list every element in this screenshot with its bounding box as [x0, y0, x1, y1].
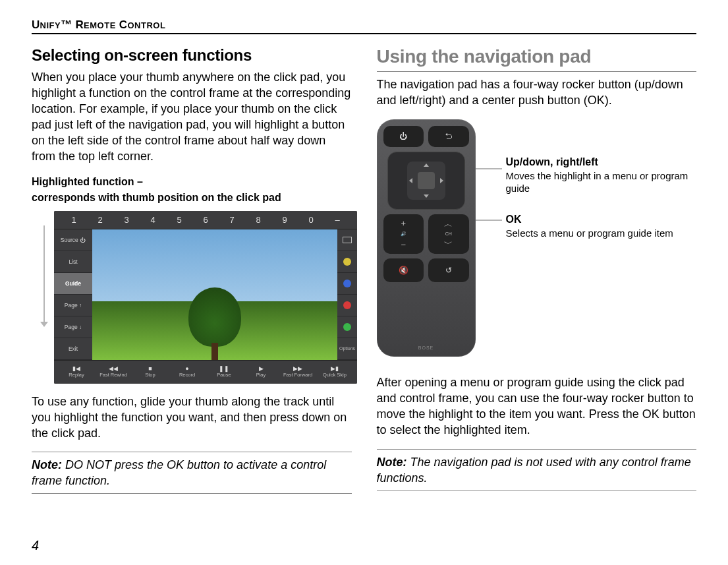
tv-transport-item: ●Record: [169, 366, 206, 378]
tv-digit: 8: [256, 215, 260, 225]
section-heading: Selecting on-screen functions: [32, 46, 352, 65]
figure-label-text: Selects a menu or program guide item: [506, 227, 673, 239]
tree-trunk: [211, 343, 218, 360]
tv-digit: 9: [282, 215, 287, 225]
tv-content-image: [92, 229, 337, 360]
tv-digit: –: [335, 215, 339, 225]
header-tm: ™ R: [61, 18, 84, 31]
note-label: Note:: [32, 458, 62, 471]
callout-line: corresponds with thumb position on the c…: [32, 191, 352, 204]
tv-sidebar-item: Page ↑: [54, 295, 92, 316]
note-paragraph: Note: The navigation pad is not used wit…: [377, 455, 697, 487]
source-icon: ⮌: [428, 126, 469, 147]
tv-sidebar: Source ⏻ListGuidePage ↑Page ↓Exit: [54, 229, 92, 360]
body-paragraph: To use any function, glide your thumb al…: [32, 394, 352, 442]
divider: [32, 452, 352, 452]
green-dot-icon: [337, 316, 357, 338]
body-paragraph: The navigation pad has a four-way rocker…: [377, 77, 697, 109]
right-column: Using the navigation pad The navigation …: [377, 46, 697, 499]
tv-transport-item: ▮◀Replay: [58, 366, 95, 378]
divider: [32, 493, 352, 494]
tv-digit: 2: [98, 215, 102, 225]
tv-transport-item: ▶Play: [242, 366, 279, 378]
tv-digit: 3: [124, 215, 128, 225]
leader-arrow-icon: [40, 322, 48, 327]
dpad: [407, 162, 445, 200]
callout-line: Highlighted function –: [32, 175, 352, 189]
tv-digit: 4: [150, 215, 155, 225]
tv-digit-row: 1234567890–: [54, 211, 357, 229]
tv-right-rail: Options: [337, 229, 357, 360]
tv-digit: 5: [177, 215, 181, 225]
note-text: DO NOT press the OK button to activate a…: [32, 458, 326, 487]
leader-line: [43, 225, 45, 323]
tv-sidebar-item: Guide: [54, 273, 92, 295]
divider: [377, 71, 697, 72]
figure-label-bold: Up/down, right/left: [506, 156, 598, 167]
volume-rocker: + 🔊 −: [383, 214, 424, 254]
tv-ui-screenshot: 1234567890– Source ⏻ListGuidePage ↑Page …: [54, 211, 357, 384]
tv-digit: 6: [203, 215, 208, 225]
minus-icon: −: [401, 240, 406, 250]
tv-digit: 0: [308, 215, 313, 225]
divider: [377, 491, 697, 491]
figure-label: OK Selects a menu or program guide item: [506, 213, 673, 239]
note-label: Note:: [377, 456, 407, 469]
remote-vol-ch-row: + 🔊 − ︿ CH ﹀: [383, 214, 469, 254]
note-text: The navigation pad is not used with any …: [377, 456, 691, 485]
arrow-up-icon: [424, 164, 429, 167]
body-paragraph: After opening a menu or program guide us…: [377, 375, 697, 438]
tv-mid: Source ⏻ListGuidePage ↑Page ↓Exit: [54, 229, 357, 360]
header-char: U: [32, 18, 40, 31]
plus-icon: +: [401, 218, 406, 228]
tv-sidebar-item: Page ↓: [54, 316, 92, 338]
tv-transport-item: ■Stop: [132, 366, 169, 378]
section-heading: Using the navigation pad: [377, 46, 697, 67]
body-paragraph: When you place your thumb anywhere on th…: [32, 70, 352, 165]
ch-label: CH: [445, 231, 452, 236]
blue-dot-icon: [337, 273, 357, 295]
callout-label: Highlighted function – corresponds with …: [32, 175, 352, 204]
tv-digit: 7: [229, 215, 234, 225]
figure-label-text: Moves the highlight in a menu or program…: [506, 170, 688, 194]
channel-rocker: ︿ CH ﹀: [428, 214, 469, 254]
note-paragraph: Note: DO NOT press the OK button to acti…: [32, 458, 352, 489]
remote-inner: ⏻ ⮌ + 🔊: [383, 126, 469, 350]
chevron-down-icon: ﹀: [444, 238, 453, 250]
mute-icon: 🔇: [383, 258, 424, 282]
header-chars: EMOTE: [84, 20, 116, 30]
tv-sidebar-item: Exit: [54, 338, 92, 360]
figure-label: Up/down, right/left Moves the highlight …: [506, 156, 697, 195]
tree-illustration: [188, 281, 241, 360]
remote-top-row: ⏻ ⮌: [383, 126, 469, 147]
screen-icon: [337, 229, 357, 251]
figure-label-bold: OK: [506, 214, 522, 225]
tv-transport-item: ◀◀Fast Rewind: [95, 366, 132, 378]
arrow-left-icon: [409, 178, 412, 183]
header-title: UNIFY™ REMOTE CONTROL: [32, 18, 165, 32]
power-icon: ⏻: [383, 126, 424, 147]
tree-leaves: [188, 287, 241, 347]
remote-figure: ⏻ ⮌ + 🔊: [377, 119, 697, 363]
left-column: Selecting on-screen functions When you p…: [32, 46, 352, 499]
page-number: 4: [32, 538, 39, 553]
tv-sidebar-item: Source ⏻: [54, 229, 92, 251]
tv-figure: 1234567890– Source ⏻ListGuidePage ↑Page …: [32, 211, 352, 384]
content-columns: Selecting on-screen functions When you p…: [32, 46, 696, 499]
brand-label: BOSE: [418, 345, 434, 350]
tv-options-label: Options: [337, 338, 357, 360]
page-header: UNIFY™ REMOTE CONTROL: [32, 18, 696, 34]
arrow-right-icon: [440, 178, 443, 183]
tv-sidebar-item: List: [54, 251, 92, 273]
red-dot-icon: [337, 295, 357, 316]
tv-transport-item: ▶▮Quick Skip: [316, 366, 353, 378]
chevron-up-icon: ︿: [444, 218, 453, 230]
tv-transport-item: ❚❚Pause: [206, 366, 242, 378]
navigation-pad: [387, 152, 465, 210]
header-chars: ONTROL: [127, 20, 165, 30]
tv-transport-row: ▮◀Replay◀◀Fast Rewind■Stop●Record❚❚Pause…: [54, 360, 357, 384]
speaker-icon: 🔊: [401, 231, 406, 237]
header-chars: NIFY: [40, 20, 61, 30]
yellow-dot-icon: [337, 251, 357, 273]
divider: [377, 449, 697, 450]
